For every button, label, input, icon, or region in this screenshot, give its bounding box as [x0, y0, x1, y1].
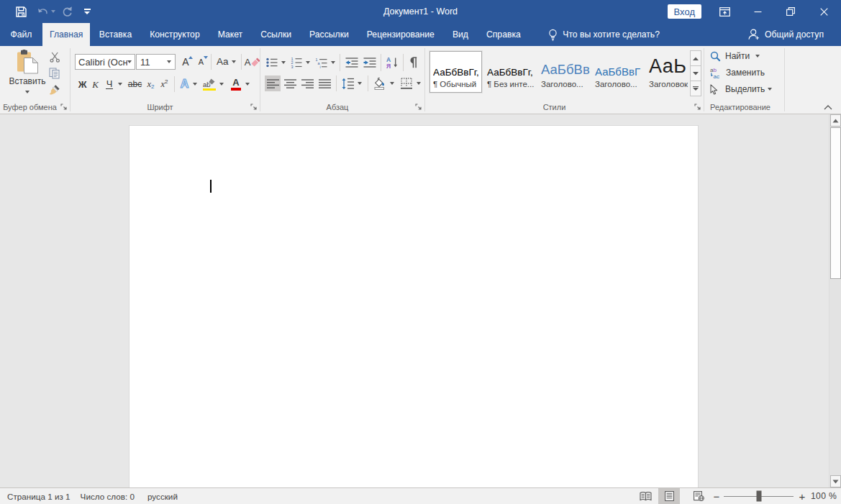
zoom-level[interactable]: 100 %: [811, 491, 841, 501]
change-case-button[interactable]: Aa: [214, 54, 239, 70]
styles-dialog-launcher[interactable]: [694, 103, 701, 111]
tab-view[interactable]: Вид: [443, 23, 477, 46]
replace-button[interactable]: a b ac Заменить: [710, 65, 772, 81]
line-spacing-dropdown[interactable]: [355, 75, 364, 91]
styles-gallery-more-button[interactable]: [690, 81, 701, 96]
multilevel-dropdown[interactable]: [329, 55, 337, 70]
save-button[interactable]: [5, 0, 37, 23]
undo-button[interactable]: [37, 0, 49, 23]
tab-review[interactable]: Рецензирование: [358, 23, 443, 46]
italic-button[interactable]: К: [89, 76, 101, 92]
subscript-button[interactable]: x2: [144, 76, 158, 92]
tab-help[interactable]: Справка: [477, 23, 529, 46]
find-dropdown-icon[interactable]: [755, 55, 760, 58]
zoom-out-button[interactable]: −: [709, 488, 724, 504]
format-painter-button[interactable]: [46, 82, 63, 98]
font-color-button[interactable]: А: [229, 76, 243, 92]
scrollbar-thumb[interactable]: [830, 127, 841, 279]
zoom-slider-track[interactable]: [724, 496, 794, 497]
read-mode-button[interactable]: [635, 488, 656, 504]
scroll-down-button[interactable]: [830, 475, 841, 487]
redo-button[interactable]: [58, 0, 76, 23]
tell-me-box[interactable]: Что вы хотите сделать?: [548, 23, 660, 46]
grow-font-button[interactable]: А: [178, 54, 194, 70]
line-spacing-button[interactable]: [340, 75, 355, 91]
styles-scroll-down-button[interactable]: [690, 65, 701, 81]
style-heading2[interactable]: АаБбВвГ Заголово...: [594, 51, 645, 93]
find-button[interactable]: Найти: [710, 48, 772, 64]
font-size-combo[interactable]: 11: [136, 54, 176, 70]
bold-button[interactable]: Ж: [76, 76, 89, 92]
zoom-slider-handle[interactable]: [756, 491, 761, 502]
increase-indent-button[interactable]: [361, 55, 378, 70]
ribbon-display-options-button[interactable]: [708, 0, 741, 23]
align-left-button[interactable]: [265, 75, 281, 91]
cut-button[interactable]: [46, 49, 63, 65]
tab-references[interactable]: Ссылки: [252, 23, 301, 46]
vertical-scrollbar[interactable]: [829, 114, 841, 487]
restore-button[interactable]: [774, 0, 807, 23]
shading-button[interactable]: [372, 75, 388, 91]
style-no-spacing[interactable]: АаБбВвГг, ¶ Без инте...: [486, 51, 537, 93]
font-dialog-launcher[interactable]: [250, 103, 258, 111]
clipboard-dialog-launcher[interactable]: [60, 103, 68, 111]
zoom-slider[interactable]: [724, 496, 794, 497]
sort-button[interactable]: А Я: [384, 55, 400, 70]
paste-button[interactable]: Вставить: [9, 47, 46, 99]
sign-in-button[interactable]: Вход: [668, 4, 701, 19]
numbering-button[interactable]: 123: [289, 55, 304, 70]
multilevel-list-button[interactable]: 1ai: [314, 55, 329, 70]
shrink-font-button[interactable]: А: [194, 54, 209, 70]
highlight-button[interactable]: ab: [201, 76, 217, 92]
style-heading1[interactable]: АаБбВв Заголово...: [540, 51, 591, 93]
underline-dropdown[interactable]: [116, 76, 124, 92]
font-name-combo[interactable]: Calibri (Осно: [75, 54, 135, 70]
tab-layout[interactable]: Макет: [209, 23, 252, 46]
language-status[interactable]: русский: [147, 492, 178, 501]
align-right-button[interactable]: [299, 75, 315, 91]
zoom-in-button[interactable]: +: [794, 488, 811, 504]
share-button[interactable]: Общий доступ: [748, 23, 824, 46]
tab-design[interactable]: Конструктор: [141, 23, 209, 46]
copy-button[interactable]: [46, 65, 63, 81]
shading-dropdown[interactable]: [388, 75, 396, 91]
decrease-indent-button[interactable]: [343, 55, 360, 70]
tab-file[interactable]: Файл: [0, 23, 42, 46]
paste-dropdown-icon[interactable]: [25, 91, 29, 93]
font-color-dropdown[interactable]: [243, 76, 252, 92]
style-title[interactable]: АаЬ Заголовок: [648, 51, 693, 93]
select-button[interactable]: Выделить: [710, 81, 772, 97]
numbering-dropdown[interactable]: [304, 55, 312, 70]
align-center-button[interactable]: [282, 75, 298, 91]
borders-dropdown[interactable]: [414, 75, 423, 91]
show-marks-button[interactable]: [406, 55, 419, 70]
superscript-button[interactable]: x2: [158, 76, 171, 92]
bullets-button[interactable]: [265, 55, 279, 70]
underline-button[interactable]: Ч: [103, 76, 116, 92]
justify-button[interactable]: [317, 75, 332, 91]
web-layout-button[interactable]: [688, 488, 709, 504]
customize-qat-button[interactable]: [76, 0, 98, 23]
borders-button[interactable]: [398, 75, 414, 91]
tab-home[interactable]: Главная: [42, 23, 90, 46]
undo-dropdown[interactable]: [49, 0, 58, 23]
text-effects-dropdown[interactable]: [191, 76, 199, 92]
tab-mailings[interactable]: Рассылки: [301, 23, 358, 46]
style-normal[interactable]: АаБбВвГг, ¶ Обычный: [429, 51, 482, 93]
document-page[interactable]: [129, 125, 699, 495]
paragraph-dialog-launcher[interactable]: [414, 103, 422, 111]
scroll-up-button[interactable]: [830, 114, 841, 127]
clear-formatting-button[interactable]: А: [244, 54, 261, 70]
styles-scroll-up-button[interactable]: [690, 50, 701, 66]
text-effects-button[interactable]: А: [178, 76, 191, 92]
minimize-button[interactable]: [741, 0, 774, 23]
close-button[interactable]: [807, 0, 840, 23]
print-layout-button[interactable]: [658, 488, 680, 504]
highlight-dropdown[interactable]: [217, 76, 226, 92]
collapse-ribbon-button[interactable]: [824, 105, 832, 110]
strikethrough-button[interactable]: abc: [126, 76, 144, 92]
word-count-status[interactable]: Число слов: 0: [81, 492, 135, 501]
tab-insert[interactable]: Вставка: [90, 23, 140, 46]
page-number-status[interactable]: Страница 1 из 1: [7, 492, 71, 501]
bullets-dropdown[interactable]: [279, 55, 287, 70]
